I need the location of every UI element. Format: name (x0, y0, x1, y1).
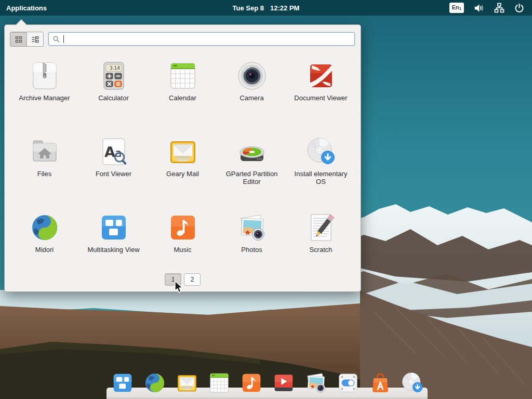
calendar-icon (166, 59, 200, 92)
app-calendar[interactable]: Calendar (148, 55, 217, 131)
app-grid: Archive Manager3.14CalculatorCalendarCam… (10, 55, 355, 283)
power-icon[interactable] (514, 3, 525, 14)
app-label: Archive Manager (19, 95, 70, 102)
application-launcher: Archive Manager3.14CalculatorCalendarCam… (4, 24, 361, 292)
mouse-cursor (174, 280, 183, 294)
app-label: Midori (35, 246, 54, 254)
dock-geary-mail[interactable] (175, 370, 200, 395)
grid-view-button[interactable] (10, 32, 26, 46)
app-label: Multitasking View (87, 246, 139, 254)
photos-icon (235, 211, 269, 244)
font-viewer-icon: Aa (97, 135, 130, 168)
app-calculator[interactable]: 3.14Calculator (79, 55, 148, 131)
desktop: { "panel": { "menu_label": "Applications… (0, 0, 532, 399)
videos-icon (271, 370, 296, 395)
dock-system-settings[interactable] (336, 370, 361, 395)
app-archive-manager[interactable]: Archive Manager (10, 55, 79, 131)
applications-menu-button[interactable]: Applications (0, 0, 53, 16)
app-music[interactable]: Music (148, 207, 217, 283)
calendar-icon (207, 370, 232, 395)
app-label: Font Viewer (96, 170, 131, 178)
music-icon (166, 211, 200, 244)
app-install-elementary-os[interactable]: Install elementary OS (286, 131, 355, 207)
dock-midori[interactable] (142, 370, 167, 395)
view-toggle (10, 32, 44, 47)
camera-icon (235, 59, 269, 92)
photos-icon (303, 370, 328, 395)
music-icon (239, 370, 264, 395)
volume-icon[interactable] (473, 2, 485, 14)
dock-install-elementary-os[interactable] (400, 370, 425, 395)
app-geary-mail[interactable]: Geary Mail (148, 131, 217, 207)
app-label: Files (37, 170, 51, 178)
app-scratch[interactable]: Scratch (286, 207, 355, 283)
keyboard-layout-index: 1 (459, 7, 461, 11)
geary-mail-icon (175, 370, 200, 395)
dock-music[interactable] (239, 370, 264, 395)
multitasking-view-icon (97, 211, 130, 244)
app-multitasking-view[interactable]: Multitasking View (79, 207, 148, 283)
install-elementary-os-icon (304, 135, 338, 168)
svg-text:3.14: 3.14 (109, 65, 119, 71)
app-files[interactable]: Files (10, 131, 79, 207)
app-font-viewer[interactable]: AaFont Viewer (79, 131, 148, 207)
app-photos[interactable]: Photos (217, 207, 286, 283)
network-icon[interactable] (494, 2, 505, 14)
app-gparted-partition-editor[interactable]: GParted Partition Editor (217, 131, 286, 207)
dock-multitasking-view[interactable] (110, 370, 135, 395)
panel-time: 12:22 PM (270, 4, 299, 12)
dock-calendar[interactable] (207, 370, 232, 395)
geary-mail-icon (166, 135, 200, 168)
app-camera[interactable]: Camera (217, 55, 286, 131)
keyboard-layout-icon[interactable]: En1 (449, 3, 464, 13)
dock-icons (110, 370, 425, 395)
app-midori[interactable]: Midori (10, 207, 79, 283)
app-document-viewer[interactable]: Document Viewer (286, 55, 355, 131)
app-label: Calendar (169, 95, 196, 102)
midori-icon (28, 211, 61, 244)
system-settings-icon (336, 370, 361, 395)
dock-photos[interactable] (303, 370, 328, 395)
top-panel: Applications Tue Sep 8 12:22 PM En1 (0, 0, 532, 16)
install-elementary-os-icon (400, 370, 425, 395)
appcenter-icon (368, 370, 393, 395)
archive-manager-icon (28, 59, 61, 92)
gparted-icon (235, 135, 269, 168)
app-label: Document Viewer (294, 95, 347, 102)
dock-videos[interactable] (271, 370, 296, 395)
panel-status-area: En1 (449, 2, 532, 14)
app-label: Install elementary OS (289, 170, 353, 186)
document-viewer-icon (304, 59, 338, 92)
app-label: Scratch (309, 246, 332, 254)
multitasking-view-icon (110, 370, 135, 395)
keyboard-layout-label: En (452, 3, 459, 11)
dock-appcenter[interactable] (368, 370, 393, 395)
calculator-icon: 3.14 (97, 59, 130, 92)
app-label: Geary Mail (166, 170, 199, 178)
panel-date: Tue Sep 8 (233, 4, 264, 12)
app-label: Photos (241, 246, 262, 254)
text-caret (63, 35, 64, 43)
dock (107, 369, 428, 399)
midori-icon (142, 370, 167, 395)
category-view-button[interactable] (26, 32, 43, 46)
app-label: Calculator (98, 95, 129, 102)
search-icon (52, 35, 60, 43)
scratch-icon (304, 211, 338, 244)
app-label: Camera (240, 95, 263, 102)
app-label: GParted Partition Editor (220, 170, 284, 186)
files-icon (28, 135, 61, 168)
page-button-2[interactable]: 2 (184, 273, 201, 286)
search-input[interactable] (48, 32, 355, 46)
svg-text:A: A (104, 144, 115, 160)
app-label: Music (174, 246, 192, 254)
